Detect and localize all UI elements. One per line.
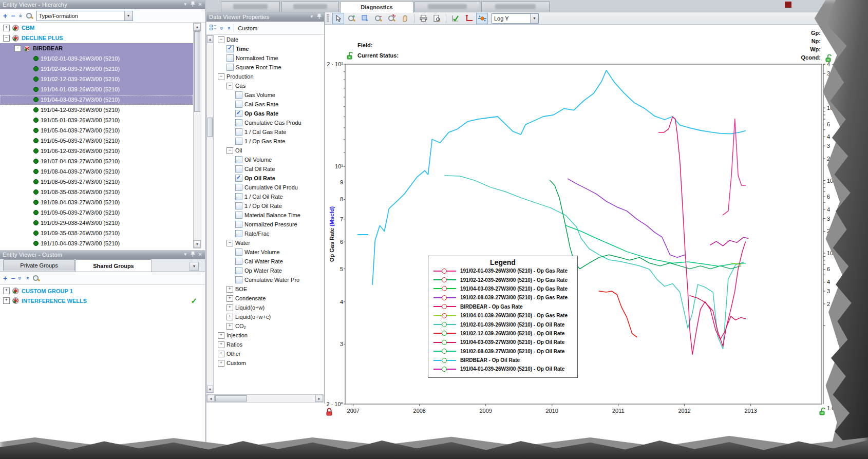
checkbox[interactable] — [235, 128, 242, 136]
collapse-minus-icon[interactable]: − — [218, 73, 224, 80]
expand-plus-icon[interactable]: + — [3, 288, 10, 294]
property-checkbox-row[interactable]: 1 / Cal Gas Rate — [214, 127, 324, 137]
collapse-minus-icon[interactable]: − — [14, 45, 21, 52]
hierarchy-group-row[interactable]: +CBM — [0, 23, 193, 33]
checkbox[interactable] — [235, 212, 242, 219]
chevron-down-icon[interactable]: ▼ — [124, 11, 133, 21]
property-checkbox-row[interactable]: Op Gas Rate — [214, 109, 324, 118]
chevron-down-icon[interactable]: ▼ — [530, 14, 538, 23]
expand-plus-icon[interactable]: + — [227, 314, 233, 320]
checkbox[interactable] — [235, 156, 242, 163]
chevron-down-icon[interactable]: ▼ — [310, 14, 314, 19]
property-checkbox-row[interactable]: Time — [214, 44, 324, 53]
property-checkbox-row[interactable]: Cumulative Gas Produ — [214, 118, 324, 127]
property-checkbox-row[interactable]: Cal Gas Rate — [214, 100, 324, 109]
y-scale-combobox[interactable]: Log Y ▼ — [492, 13, 539, 24]
hierarchy-vertical-scrollbar[interactable]: ▲ ▼ — [193, 23, 201, 248]
checkbox[interactable] — [235, 221, 242, 228]
property-checkbox-row[interactable]: Op Oil Rate — [214, 174, 324, 183]
apply-chart-button[interactable] — [449, 13, 461, 24]
checkbox[interactable] — [235, 119, 242, 126]
search-icon[interactable] — [26, 12, 33, 20]
dvp-titlebar[interactable]: Data Viewer Properties ▼ — [206, 12, 324, 22]
collapse-minus-icon[interactable]: − — [227, 240, 233, 246]
hierarchy-titlebar[interactable]: Entity Viewer - Hierarchy ▼ ✕ — [0, 0, 205, 9]
series-line[interactable] — [568, 179, 685, 257]
remove-entity-button[interactable]: − — [11, 13, 15, 19]
select-cursor-button[interactable] — [332, 13, 344, 24]
property-checkbox-row[interactable]: Rate/Frac — [214, 229, 324, 238]
expand-plus-icon[interactable]: + — [227, 304, 233, 311]
checkbox[interactable] — [235, 193, 242, 200]
collapse-all-icon[interactable]: » — [17, 14, 23, 17]
property-checkbox-row[interactable]: Cal Water Rate — [214, 257, 324, 266]
expand-plus-icon[interactable]: + — [227, 323, 233, 330]
checkbox[interactable] — [227, 54, 234, 62]
status-unlock-icon[interactable] — [346, 52, 354, 60]
tab-private-groups[interactable]: Private Groups — [3, 259, 75, 271]
custom-group-row[interactable]: +CUSTOM GROUP 1 — [0, 286, 203, 296]
layout-panes-icon[interactable] — [210, 25, 217, 32]
custom-group-row[interactable]: +INTERFERENCE WELLS✓ — [0, 296, 203, 305]
scrollbar-thumb[interactable] — [215, 395, 247, 401]
remove-group-button[interactable]: − — [11, 275, 15, 281]
zoom-window-button[interactable]: + — [359, 13, 371, 24]
collapse-minus-icon[interactable]: − — [218, 36, 224, 43]
scrollbar-thumb[interactable] — [207, 118, 213, 137]
add-entity-button[interactable]: + — [3, 13, 7, 19]
pin-icon[interactable] — [191, 1, 195, 8]
tab-redacted-3[interactable] — [414, 1, 480, 12]
scroll-down-icon[interactable]: ▼ — [207, 386, 213, 393]
property-checkbox-row[interactable]: 1 / Cal Oil Rate — [214, 192, 324, 201]
checkbox[interactable] — [235, 202, 242, 209]
custom-titlebar[interactable]: Entity Viewer - Custom ▼ ✕ — [0, 250, 205, 259]
toolbar-grip[interactable] — [327, 14, 329, 23]
expand-plus-icon[interactable]: + — [218, 332, 224, 339]
expand-plus-icon[interactable]: + — [218, 341, 224, 348]
property-category-row[interactable]: +Liquid(o+w+c) — [214, 312, 324, 321]
hierarchy-group-row[interactable]: −DECLINE PLUS — [0, 33, 193, 43]
chevron-down-icon[interactable]: ▼ — [183, 2, 187, 7]
checkbox[interactable] — [235, 101, 242, 108]
expand-plus-icon[interactable]: + — [227, 295, 233, 302]
axes-settings-button[interactable] — [463, 13, 475, 24]
hierarchy-well-row[interactable]: 191/02-01-039-26W3/00 (5210) — [0, 53, 193, 64]
property-category-row[interactable]: −Date — [214, 35, 324, 44]
property-checkbox-row[interactable]: Oil Volume — [214, 155, 324, 164]
series-line[interactable] — [710, 237, 748, 246]
expand-all-icon[interactable]: » — [17, 277, 23, 280]
collapse-all-icon[interactable]: » — [225, 26, 232, 29]
hierarchy-well-row[interactable]: 191/05-04-039-27W3/00 (5210) — [0, 125, 193, 136]
print-button[interactable] — [418, 13, 429, 24]
scroll-up-icon[interactable]: ▲ — [207, 35, 213, 43]
search-icon[interactable] — [32, 275, 40, 282]
pan-hand-button[interactable] — [399, 13, 411, 24]
checkbox[interactable] — [235, 258, 242, 265]
property-checkbox-row[interactable]: Normalized Pressure — [214, 220, 324, 229]
scroll-right-icon[interactable]: ► — [315, 395, 323, 402]
property-category-row[interactable]: +Injection — [214, 331, 324, 340]
hierarchy-group-row[interactable]: −BIRDBEAR — [0, 43, 193, 53]
plot-canvas[interactable] — [325, 25, 868, 459]
zoom-in-button[interactable]: + — [346, 13, 357, 24]
checkbox[interactable] — [235, 110, 242, 117]
hierarchy-well-row[interactable]: 191/10-04-039-27W3/00 (5210) — [0, 238, 193, 248]
property-checkbox-row[interactable]: Cumulative Water Pro — [214, 275, 324, 284]
close-icon[interactable]: ✕ — [198, 252, 202, 257]
chevron-down-icon[interactable]: ▼ — [183, 252, 187, 257]
x-axis-lock-icon[interactable] — [326, 408, 333, 416]
hierarchy-well-row[interactable]: 191/07-04-039-27W3/00 (5210) — [0, 156, 193, 166]
tab-redacted-1[interactable] — [281, 1, 339, 12]
dvp-horizontal-scrollbar[interactable]: ◄ ► — [206, 394, 324, 403]
tab-redacted-4[interactable] — [481, 1, 550, 12]
collapse-minus-icon[interactable]: − — [227, 83, 233, 89]
hierarchy-well-row[interactable]: 191/08-04-039-27W3/00 (5210) — [0, 166, 193, 177]
series-line[interactable] — [599, 291, 637, 337]
checkbox[interactable] — [227, 64, 234, 71]
hierarchy-well-row[interactable]: 191/09-35-038-26W3/00 (5210) — [0, 228, 193, 238]
scroll-up-icon[interactable]: ▲ — [194, 23, 201, 31]
property-checkbox-row[interactable]: Gas Volume — [214, 90, 324, 100]
hierarchy-well-row[interactable]: 191/02-12-039-26W3/00 (5210) — [0, 74, 193, 84]
property-category-row[interactable]: +Liquid(o+w) — [214, 303, 324, 312]
scrollbar-thumb[interactable] — [194, 31, 200, 112]
